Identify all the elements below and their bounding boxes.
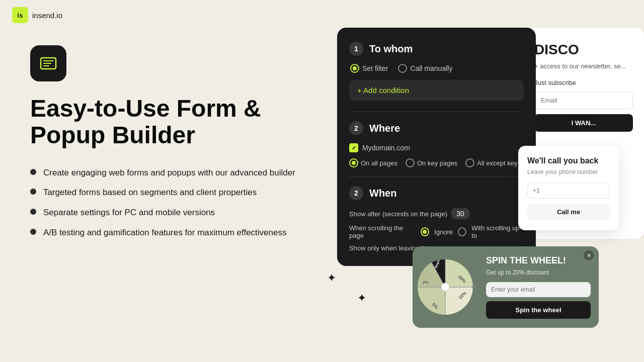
decorative-star-2: ✦ <box>357 292 366 305</box>
divider2 <box>349 176 524 177</box>
svg-marker-15 <box>472 286 477 289</box>
svg-text:2%: 2% <box>423 280 429 285</box>
call-manually-radio[interactable] <box>398 64 407 73</box>
logo-text: insend.io <box>32 11 62 20</box>
email-field[interactable] <box>534 92 633 109</box>
step1-title: To whom <box>369 43 413 55</box>
add-condition-button[interactable]: + Add condition <box>349 80 524 101</box>
header: is insend.io <box>0 0 74 30</box>
wheel-section: 20% 10% 5% 2% Nope <box>413 246 478 328</box>
where-header: 2 Where <box>349 121 524 135</box>
spin-wheel[interactable]: 20% 10% 5% 2% Nope <box>413 254 478 320</box>
list-item: Create engaging web forms and popups wit… <box>30 167 312 179</box>
decorative-star-1: ✦ <box>327 272 336 285</box>
spin-close-button[interactable]: ✕ <box>584 250 594 260</box>
except-pages-radio[interactable] <box>465 158 474 167</box>
phone-input[interactable] <box>527 183 610 199</box>
callback-subtitle: Leave your phone number <box>527 168 610 175</box>
callback-title: We'll call you back <box>527 156 610 165</box>
ignore-radio[interactable] <box>421 227 429 236</box>
disco-cta-button[interactable]: I WAN... <box>534 114 633 132</box>
call-manually-option[interactable]: Call manually <box>398 64 452 73</box>
callback-popup: We'll call you back Leave your phone num… <box>518 146 619 230</box>
show-after-row: Show after (seconds on the page) 30 <box>349 208 524 219</box>
all-pages-radio[interactable] <box>349 158 358 167</box>
main-title: Easy-to-Use Form & Popup Builder <box>30 96 312 149</box>
divider <box>349 112 524 112</box>
list-item: Targeted forms based on segments and cli… <box>30 187 312 199</box>
step1-badge: 1 <box>349 42 363 56</box>
bullet-dot <box>30 209 36 215</box>
disco-title: DISCO <box>534 42 633 58</box>
spin-wheel-button[interactable]: Spin the wheel <box>486 301 591 319</box>
to-whom-options: Set filter Call manually <box>350 64 524 73</box>
scroll-row: When scrolling the page Ignore With scro… <box>349 224 524 239</box>
list-item: Separate settings for PC and mobile vers… <box>30 207 312 219</box>
spin-title: SPIN THE WHEEL! <box>486 255 591 266</box>
set-filter-radio[interactable] <box>350 64 359 73</box>
disco-just: Just subscribe <box>534 79 633 86</box>
when-header: 2 When <box>349 186 524 200</box>
where-section: 2 Where Mydomain.com On all pages On key… <box>349 121 524 167</box>
when-section: 2 When Show after (seconds on the page) … <box>349 186 524 252</box>
domain-checkbox[interactable] <box>349 143 358 152</box>
step3-badge: 2 <box>349 186 363 200</box>
builder-card: 1 To whom Set filter Call manually + Add… <box>337 28 536 266</box>
spin-content: ✕ SPIN THE WHEEL! Get up to 20% discount… <box>478 246 599 328</box>
pages-options: On all pages On key pages All except key… <box>349 158 524 167</box>
all-pages-option[interactable]: On all pages <box>349 158 397 167</box>
spin-wheel-popup: 20% 10% 5% 2% Nope ✕ SPIN THE WHEEL! Get… <box>413 246 599 328</box>
spin-subtitle: Get up to 20% discount <box>486 269 591 276</box>
step3-title: When <box>369 188 396 199</box>
set-filter-option[interactable]: Set filter <box>350 64 388 73</box>
step2-title: Where <box>369 123 400 134</box>
logo-icon: is <box>12 7 28 23</box>
spin-email-input[interactable] <box>486 282 591 297</box>
domain-row: Mydomain.com <box>349 143 524 152</box>
svg-point-14 <box>441 283 449 291</box>
scroll-up-radio[interactable] <box>458 227 466 236</box>
bullet-dot <box>30 169 36 175</box>
seconds-badge: 30 <box>451 208 469 219</box>
app-icon <box>30 45 66 81</box>
bullet-dot <box>30 189 36 195</box>
step2-badge: 2 <box>349 121 363 135</box>
to-whom-section: 1 To whom <box>349 42 524 56</box>
callback-button[interactable]: Call me <box>527 204 610 220</box>
bullet-dot <box>30 229 36 235</box>
key-pages-radio[interactable] <box>406 158 415 167</box>
left-content: Easy-to-Use Form & Popup Builder Create … <box>30 45 312 247</box>
feature-list: Create engaging web forms and popups wit… <box>30 167 312 239</box>
disco-subtitle: + access to our newsletter, se... <box>534 62 633 71</box>
list-item: A/B testing and gamification features fo… <box>30 227 312 239</box>
key-pages-option[interactable]: On key pages <box>406 158 457 167</box>
